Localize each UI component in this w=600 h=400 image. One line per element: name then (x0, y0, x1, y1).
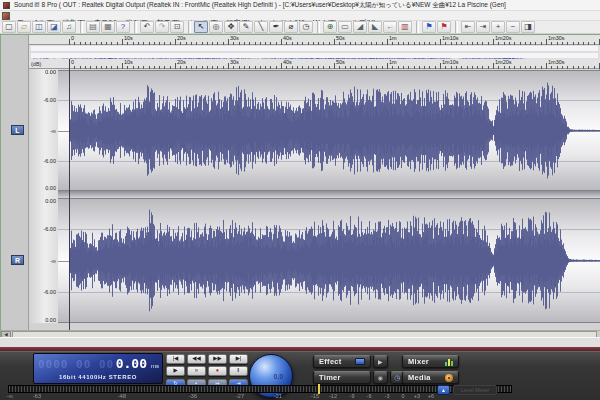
timer-record-button[interactable]: ◉ (373, 371, 388, 384)
waveform-canvas-left[interactable] (58, 70, 600, 191)
ruler-tick (424, 66, 425, 69)
document-icon (2, 12, 10, 20)
ruler-tick (567, 66, 568, 69)
undo-button[interactable]: ↶ (140, 21, 154, 33)
mixer-button[interactable]: Mixer (402, 355, 459, 368)
wave-list-button[interactable]: ▤ (86, 21, 100, 33)
hand-tool-button[interactable]: ✥ (224, 21, 238, 33)
lcd-ghost-digits: 0000 00 00 (38, 358, 114, 371)
editor-left-column: L R (1, 35, 29, 330)
line-tool-button[interactable]: ╲ (254, 21, 268, 33)
pen-tool-button[interactable]: ✒ (269, 21, 283, 33)
ruler-tick (170, 66, 171, 69)
ruler-label: 1m (389, 35, 397, 41)
time-tool-button[interactable]: ◷ (299, 21, 313, 33)
pattern-tool-button[interactable]: ▥ (398, 21, 412, 33)
waveform-left-channel[interactable] (58, 70, 600, 191)
marker-list-button[interactable]: ◨ (521, 21, 535, 33)
history-button[interactable]: ⊡ (170, 21, 184, 33)
waveform-canvas-right[interactable] (58, 198, 600, 323)
prev-take-button[interactable]: ← (383, 21, 397, 33)
stop-button[interactable]: ■ (187, 366, 206, 376)
ruler-tick (281, 63, 282, 69)
ruler-tick (127, 66, 128, 69)
new-file-button[interactable]: ▢ (2, 21, 16, 33)
fade-out-tool-button[interactable]: ◣ (368, 21, 382, 33)
ruler-tick (594, 66, 595, 69)
db-scale-label: 0.00 (45, 185, 56, 191)
select-tool-button[interactable]: ↖ (194, 21, 208, 33)
ruler-tick (504, 66, 505, 69)
ruler-label: 40s (283, 59, 292, 65)
ruler-tick (361, 66, 362, 69)
ruler-tick (408, 66, 409, 69)
effect-button[interactable]: Effect (313, 355, 371, 368)
ruler-label: 1m20s (495, 59, 512, 65)
overview-pane[interactable] (29, 45, 600, 59)
to-end-button[interactable]: ▶| (229, 354, 248, 364)
effect-play-button[interactable]: ▶ (373, 355, 388, 368)
context-help-button[interactable]: ? (116, 21, 130, 33)
record-button[interactable]: ● (208, 366, 227, 376)
ruler-tick (202, 66, 203, 69)
keys-tool-button[interactable]: ▭ (338, 21, 352, 33)
ruler-tick (133, 66, 134, 69)
redo-button[interactable]: ↷ (155, 21, 169, 33)
ruler-tick (557, 66, 558, 69)
open-media-button[interactable]: ♫ (62, 21, 76, 33)
ruler-tick (159, 66, 160, 69)
marker-add-button[interactable]: + (491, 21, 505, 33)
web-tool-button[interactable]: ⊕ (323, 21, 337, 33)
save-as-button[interactable]: ◪ (47, 21, 61, 33)
ruler-tick (456, 66, 457, 69)
fast-forward-button[interactable]: ▶▶ (208, 354, 227, 364)
waveform-right-channel[interactable] (58, 198, 600, 323)
overview-strip-right[interactable] (31, 53, 598, 58)
channel-separator (58, 191, 600, 198)
pencil-tool-button[interactable]: ✎ (239, 21, 253, 33)
timer-button[interactable]: Timer (313, 371, 371, 384)
media-button[interactable]: Media (402, 371, 459, 384)
ruler-tick (270, 66, 271, 69)
fade-in-tool-button[interactable]: ◢ (353, 21, 367, 33)
ruler-tick (366, 66, 367, 69)
clock-icon: ◷ (394, 374, 400, 382)
ruler-tick (191, 66, 192, 69)
media-button-label: Media (408, 373, 431, 382)
wave-editor-window: L R 010s20s30s40s50s1m1m10s1m20s1m30s1m4… (0, 34, 600, 337)
ruler-tick (149, 66, 150, 69)
marker-red-button[interactable]: ⚑ (437, 21, 451, 33)
level-meter-aux-button[interactable]: Level Meter (453, 385, 497, 395)
right-channel-badge: R (11, 255, 24, 265)
ruler-tick (551, 66, 552, 69)
mixer-view-button[interactable]: ▦ (101, 21, 115, 33)
meter-scale-label: -3 (385, 393, 390, 399)
ruler-tick (530, 66, 531, 69)
marker-del-button[interactable]: − (506, 21, 520, 33)
save-button[interactable]: ◫ (32, 21, 46, 33)
zoom-tool-button[interactable]: ◎ (209, 21, 223, 33)
ruler-tick (260, 66, 261, 69)
to-start-button[interactable]: |◀ (166, 354, 185, 364)
ruler-tick (122, 63, 123, 69)
ruler-label: 40s (283, 35, 292, 41)
ruler-tick (498, 66, 499, 69)
pause-button[interactable]: ‖ (229, 366, 248, 376)
play-button[interactable]: ▶ (166, 366, 185, 376)
meter-toggle-button[interactable]: ▲ (437, 385, 450, 395)
marker-prev-button[interactable]: ⇤ (461, 21, 475, 33)
marker-next-button[interactable]: ⇥ (476, 21, 490, 33)
overview-strip-left[interactable] (31, 46, 598, 51)
ruler-tick (472, 66, 473, 69)
ruler-label: 1m20s (495, 35, 512, 41)
meter-scale-label: +6 (428, 393, 434, 399)
eraser-tool-button[interactable]: ⌀ (284, 21, 298, 33)
transport-panel: 0000 00 00 0.00 ms 16bit 44100Hz STEREO … (0, 351, 600, 400)
rewind-button[interactable]: ◀◀ (187, 354, 206, 364)
ruler-tick (435, 66, 436, 69)
mixer-button-label: Mixer (408, 357, 429, 366)
meter-scale-label: -48 (118, 393, 126, 399)
marker-blue-button[interactable]: ⚑ (422, 21, 436, 33)
lcd-time-unit: ms (151, 363, 159, 369)
open-folder-button[interactable]: ▱ (17, 21, 31, 33)
